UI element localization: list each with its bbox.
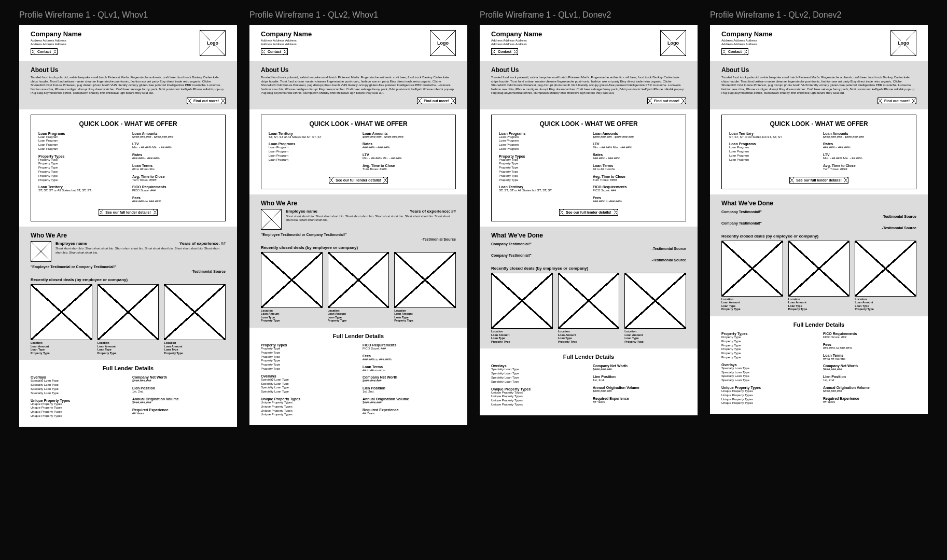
contact-button[interactable]: Contact — [491, 48, 518, 55]
see-full-details-button[interactable]: See our full lender details! — [559, 209, 618, 216]
deal-card: LocationLoan AmountLoan TypeProperty Typ… — [721, 241, 783, 311]
see-full-details-button[interactable]: See our full lender details! — [329, 177, 388, 184]
deal-card: LocationLoan AmountLoan TypeProperty Typ… — [394, 252, 456, 323]
contact-button[interactable]: Contact — [261, 48, 288, 55]
find-out-more-button[interactable]: Find out more! — [878, 97, 916, 104]
deal-card: LocationLoan AmountLoan TypeProperty Typ… — [855, 241, 916, 311]
company-name: Company Name — [491, 30, 542, 38]
company-name: Company Name — [721, 30, 772, 38]
see-full-details-button[interactable]: See our full lender details! — [789, 177, 848, 184]
find-out-more-button[interactable]: Find out more! — [417, 97, 456, 104]
quick-look-box: QUICK LOOK - WHAT WE OFFERLoan ProgramsL… — [31, 115, 226, 222]
about-heading: About Us — [31, 66, 226, 74]
quick-look-box: QUICK LOOK - WHAT WE OFFERLoan ProgramsL… — [491, 115, 686, 222]
company-name: Company Name — [261, 30, 312, 38]
quick-look-box: QUICK LOOK - WHAT WE OFFERLoan Territory… — [261, 115, 456, 189]
logo-placeholder: Logo — [430, 30, 456, 56]
logo-placeholder: Logo — [660, 30, 686, 56]
full-lender-details-heading: Full Lender Details — [491, 354, 686, 360]
deal-card: LocationLoan AmountLoan TypeProperty Typ… — [31, 284, 92, 355]
about-heading: About Us — [491, 66, 686, 74]
deal-card: LocationLoan AmountLoan TypeProperty Typ… — [788, 241, 850, 311]
what-weve-done-heading: What We've Done — [491, 232, 686, 239]
find-out-more-button[interactable]: Find out more! — [187, 97, 226, 104]
frame-title: Profile Wireframe 1 - QLv1, Whov1 — [19, 10, 237, 20]
logo-placeholder: Logo — [890, 30, 916, 56]
deal-card: LocationLoan AmountLoan TypeProperty Typ… — [624, 273, 686, 343]
who-we-are-heading: Who We Are — [31, 232, 226, 239]
wireframe-variant: Profile Wireframe 1 - QLv2, Whov1Company… — [249, 10, 467, 425]
deal-card: LocationLoan AmountLoan TypeProperty Typ… — [261, 252, 323, 323]
full-lender-details-heading: Full Lender Details — [261, 333, 456, 339]
frame-title: Profile Wireframe 1 - QLv2, Donev2 — [710, 10, 928, 20]
wireframe-variant: Profile Wireframe 1 - QLv1, Donev2Compan… — [480, 10, 698, 415]
about-heading: About Us — [721, 66, 916, 74]
about-heading: About Us — [261, 66, 456, 74]
company-name: Company Name — [31, 30, 81, 38]
what-weve-done-heading: What We've Done — [721, 200, 916, 207]
full-lender-details-heading: Full Lender Details — [31, 365, 226, 371]
see-full-details-button[interactable]: See our full lender details! — [99, 209, 158, 216]
deal-card: LocationLoan AmountLoan TypeProperty Typ… — [558, 273, 620, 343]
deal-card: LocationLoan AmountLoan TypeProperty Typ… — [491, 273, 553, 343]
employee-photo-placeholder — [31, 241, 51, 262]
contact-button[interactable]: Contact — [721, 48, 748, 55]
frame-title: Profile Wireframe 1 - QLv1, Donev2 — [480, 10, 698, 20]
deal-card: LocationLoan AmountLoan TypeProperty Typ… — [164, 284, 226, 355]
deal-card: LocationLoan AmountLoan TypeProperty Typ… — [98, 284, 159, 355]
quick-look-box: QUICK LOOK - WHAT WE OFFERLoan Territory… — [721, 115, 916, 189]
full-lender-details-heading: Full Lender Details — [721, 321, 916, 328]
wireframe-variant: Profile Wireframe 1 - QLv1, Whov1Company… — [19, 10, 237, 427]
logo-placeholder: Logo — [200, 30, 226, 56]
contact-button[interactable]: Contact — [31, 48, 58, 55]
find-out-more-button[interactable]: Find out more! — [647, 97, 686, 104]
deal-card: LocationLoan AmountLoan TypeProperty Typ… — [328, 252, 389, 323]
employee-photo-placeholder — [261, 209, 282, 230]
frame-title: Profile Wireframe 1 - QLv2, Whov1 — [249, 10, 467, 20]
wireframe-variant: Profile Wireframe 1 - QLv2, Donev2Compan… — [710, 10, 928, 414]
who-we-are-heading: Who We Are — [261, 200, 456, 207]
